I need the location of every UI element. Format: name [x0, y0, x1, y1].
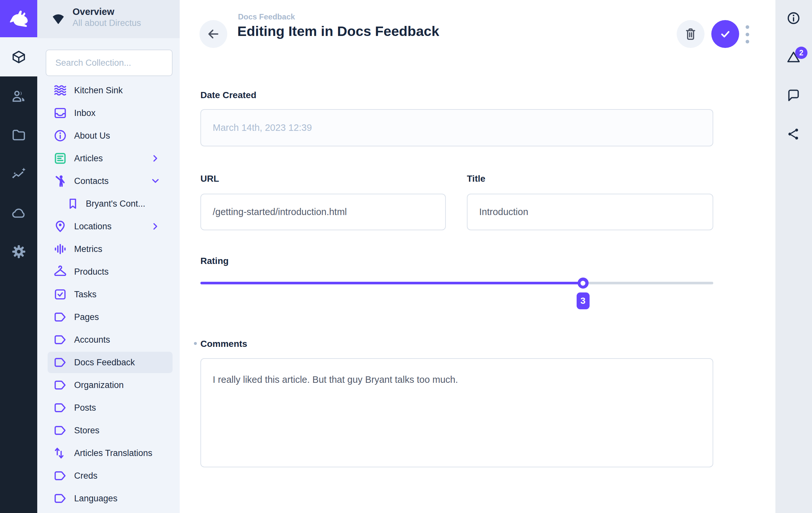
people-icon	[11, 89, 26, 104]
tag-icon	[53, 378, 67, 392]
sidebar-item-label: Kitchen Sink	[74, 86, 123, 95]
logo-tile[interactable]	[0, 0, 37, 37]
inbox-icon	[53, 106, 67, 120]
sidebar-item-bryant-s-cont[interactable]: Bryant's Cont...	[37, 192, 180, 215]
sidebar-item-metrics[interactable]: Metrics	[37, 238, 180, 260]
chevron-right-icon[interactable]	[150, 152, 161, 164]
gear-icon	[11, 244, 26, 259]
directus-app: Overview All about Directus Kitchen Sink…	[0, 0, 812, 513]
sidebar-item-label: Pages	[74, 312, 99, 322]
chevron-right-icon[interactable]	[150, 221, 161, 232]
sidebar-item-tasks[interactable]: Tasks	[37, 283, 180, 306]
comments-textarea[interactable]: I really liked this article. But that gu…	[200, 358, 713, 467]
info-drawer-button[interactable]	[784, 8, 803, 28]
breadcrumb[interactable]: Docs Feedback	[238, 12, 295, 21]
insights-icon	[11, 167, 26, 181]
module-bar	[0, 0, 37, 513]
sidebar-item-articles[interactable]: Articles	[37, 147, 180, 170]
rating-slider[interactable]: 3	[200, 278, 713, 288]
comments-drawer-button[interactable]	[784, 86, 803, 105]
sidebar-item-pages[interactable]: Pages	[37, 306, 180, 329]
sidebar-item-label: Creds	[74, 471, 97, 481]
sidebar-item-organization[interactable]: Organization	[37, 374, 180, 396]
waves-icon	[53, 83, 67, 97]
check-icon	[718, 27, 733, 41]
sidebar-item-inbox[interactable]: Inbox	[37, 102, 180, 124]
module-users[interactable]	[0, 77, 37, 116]
article-icon	[53, 151, 67, 166]
comment-icon	[786, 88, 801, 103]
title-input[interactable]	[467, 194, 713, 230]
date-created-label: Date Created	[200, 90, 256, 101]
rating-label: Rating	[200, 256, 229, 266]
sidebar-item-label: Docs Feedback	[74, 358, 135, 368]
sidebar-item-articles-translations[interactable]: Articles Translations	[37, 442, 180, 464]
chevron-down-icon[interactable]	[150, 175, 161, 187]
sidebar-item-label: About Us	[74, 131, 110, 141]
tag-icon	[53, 355, 67, 370]
sidebar-item-label: Contacts	[74, 176, 109, 186]
sidebar-item-posts[interactable]: Posts	[37, 396, 180, 419]
tag-icon	[53, 491, 67, 506]
project-header[interactable]: Overview All about Directus	[37, 0, 180, 38]
tag-icon	[53, 310, 67, 324]
share-icon	[786, 126, 801, 142]
rating-slider-fill	[200, 282, 583, 284]
sidebar-item-label: Accounts	[74, 335, 110, 345]
sidebar-item-m2m[interactable]: M2M	[37, 510, 180, 513]
delete-button[interactable]	[677, 20, 704, 48]
sidebar-item-languages[interactable]: Languages	[37, 487, 180, 510]
url-label: URL	[200, 174, 219, 184]
comments-label: Comments	[200, 339, 248, 349]
sidebar-item-kitchen-sink[interactable]: Kitchen Sink	[37, 79, 180, 102]
rabbit-icon	[8, 8, 29, 29]
module-content[interactable]	[0, 37, 37, 77]
share-drawer-button[interactable]	[784, 124, 803, 144]
module-cloud[interactable]	[0, 193, 37, 232]
pin-icon	[53, 219, 67, 233]
more-options-button[interactable]	[745, 25, 750, 44]
right-sidebar: 2	[776, 0, 812, 513]
url-input[interactable]	[200, 194, 446, 230]
collection-sidebar: Overview All about Directus Kitchen Sink…	[37, 0, 180, 513]
sidebar-item-label: Articles	[74, 153, 103, 164]
save-button[interactable]	[711, 20, 739, 48]
task-icon	[53, 287, 67, 302]
sidebar-item-products[interactable]: Products	[37, 260, 180, 283]
sidebar-item-locations[interactable]: Locations	[37, 215, 180, 238]
tag-icon	[53, 333, 67, 347]
sidebar-item-creds[interactable]: Creds	[37, 464, 180, 487]
back-button[interactable]	[199, 20, 227, 48]
date-created-input[interactable]	[200, 109, 713, 146]
main-content: Docs Feedback Editing Item in Docs Feedb…	[180, 0, 776, 513]
module-insights[interactable]	[0, 154, 37, 193]
sidebar-item-about-us[interactable]: About Us	[37, 124, 180, 147]
tag-icon	[53, 468, 67, 483]
tag-icon	[53, 423, 67, 437]
sidebar-item-label: Products	[74, 267, 109, 277]
sidebar-item-label: Articles Translations	[74, 448, 152, 458]
sidebar-item-label: Bryant's Cont...	[86, 199, 145, 209]
title-label: Title	[467, 174, 485, 184]
edited-indicator-dot	[194, 342, 197, 345]
box-icon	[11, 50, 26, 64]
arrow-left-icon	[206, 27, 221, 41]
trash-icon	[683, 27, 698, 41]
sidebar-item-contacts[interactable]: Contacts	[37, 170, 180, 192]
hanger-icon	[53, 265, 67, 279]
bookmark-icon	[66, 197, 80, 211]
sidebar-item-stores[interactable]: Stores	[37, 419, 180, 442]
person-wave-icon	[53, 174, 67, 188]
notification-count-badge: 2	[795, 47, 808, 59]
search-collection-input[interactable]	[46, 50, 172, 76]
sidebar-item-label: Tasks	[74, 289, 96, 300]
module-files[interactable]	[0, 116, 37, 154]
sidebar-item-label: Inbox	[74, 108, 95, 118]
module-settings[interactable]	[0, 232, 37, 271]
sidebar-item-docs-feedback[interactable]: Docs Feedback	[37, 351, 180, 374]
sidebar-item-accounts[interactable]: Accounts	[37, 329, 180, 351]
rating-slider-knob[interactable]	[578, 278, 589, 289]
search-collection-box	[46, 50, 173, 76]
rating-value-tooltip: 3	[577, 292, 589, 309]
project-title: Overview	[72, 6, 114, 17]
